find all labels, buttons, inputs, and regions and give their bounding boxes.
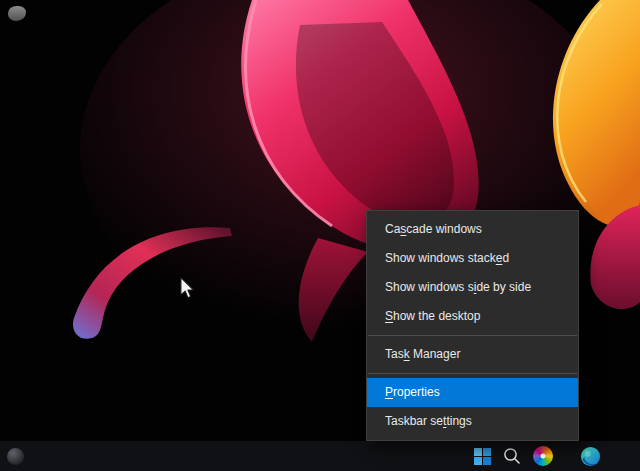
menu-item-label-pre: Ca xyxy=(385,222,400,236)
menu-separator xyxy=(368,373,577,374)
edge-button[interactable] xyxy=(578,444,602,468)
menu-item-label-post: de by side xyxy=(476,280,531,294)
search-button[interactable] xyxy=(500,444,524,468)
menu-item-show-the-desktop[interactable]: Show the desktop xyxy=(367,302,578,331)
menu-item-label-post: how the desktop xyxy=(393,309,480,323)
menu-item-label-pre: Show windows s xyxy=(385,280,474,294)
edge-icon xyxy=(580,446,601,467)
menu-item-cascade-windows[interactable]: Cascade windows xyxy=(367,215,578,244)
menu-item-task-manager[interactable]: Task Manager xyxy=(367,340,578,369)
windows-logo-icon xyxy=(474,448,491,465)
menu-item-label-pre: Taskbar se xyxy=(385,414,443,428)
screen: Cascade windows Show windows stacked Sho… xyxy=(0,0,640,471)
mouse-cursor-icon xyxy=(180,277,195,299)
taskbar[interactable] xyxy=(0,441,640,471)
search-icon xyxy=(502,446,522,466)
color-pinwheel-icon xyxy=(533,446,553,466)
menu-item-access-key: P xyxy=(385,385,393,399)
menu-item-label-post: d xyxy=(502,251,509,265)
taskbar-corner-button[interactable] xyxy=(3,444,27,468)
menu-item-label-pre: Show windows stack xyxy=(385,251,496,265)
menu-item-show-windows-side-by-side[interactable]: Show windows side by side xyxy=(367,273,578,302)
menu-separator xyxy=(368,335,577,336)
menu-item-taskbar-settings[interactable]: Taskbar settings xyxy=(367,407,578,436)
menu-item-properties[interactable]: Properties xyxy=(367,378,578,407)
taskbar-context-menu: Cascade windows Show windows stacked Sho… xyxy=(366,210,579,441)
start-button[interactable] xyxy=(470,444,494,468)
menu-item-label-post: roperties xyxy=(393,385,440,399)
unknown-app-icon xyxy=(7,448,24,465)
menu-item-label-post: tings xyxy=(446,414,471,428)
bloom-app-button[interactable] xyxy=(531,444,555,468)
menu-item-show-windows-stacked[interactable]: Show windows stacked xyxy=(367,244,578,273)
menu-item-access-key: S xyxy=(385,309,393,323)
menu-item-label-pre: Tas xyxy=(385,347,404,361)
menu-item-label-post: Manager xyxy=(410,347,461,361)
menu-item-label-post: cade windows xyxy=(406,222,481,236)
